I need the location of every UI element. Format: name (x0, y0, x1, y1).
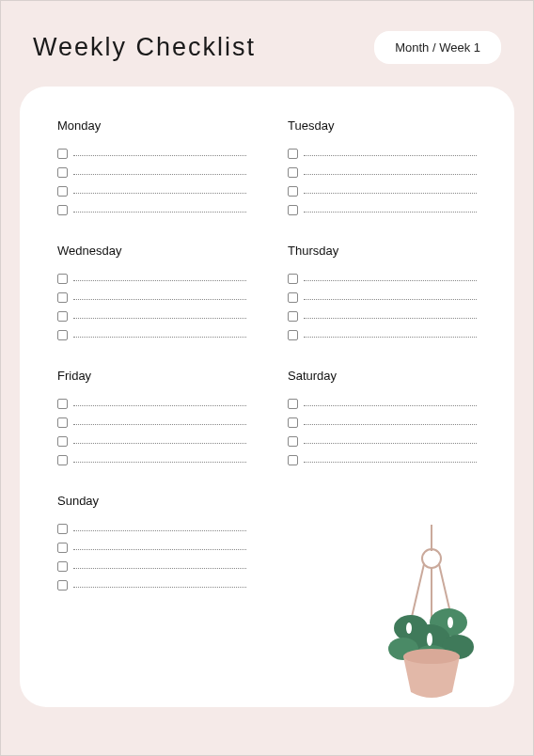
month-week-badge: Month / Week 1 (374, 31, 501, 64)
checklist-row (57, 394, 246, 413)
day-block: Saturday (288, 369, 477, 469)
checklist-row (57, 575, 246, 594)
task-line[interactable] (304, 155, 477, 156)
checkbox[interactable] (57, 274, 68, 284)
task-line[interactable] (73, 337, 246, 338)
day-block: Wednesday (57, 244, 246, 344)
checkbox[interactable] (288, 417, 298, 428)
checkbox[interactable] (288, 455, 298, 465)
task-line[interactable] (304, 318, 477, 319)
checklist-row (57, 432, 246, 450)
checklist-row (288, 450, 477, 469)
svg-point-8 (388, 638, 418, 660)
task-line[interactable] (304, 212, 477, 213)
checkbox[interactable] (57, 399, 68, 409)
task-line[interactable] (73, 405, 246, 406)
task-line[interactable] (73, 174, 246, 175)
checklist-row (57, 538, 246, 557)
task-line[interactable] (73, 155, 246, 156)
task-line[interactable] (304, 424, 477, 425)
checkbox[interactable] (57, 524, 68, 534)
checkbox[interactable] (57, 186, 68, 197)
svg-point-11 (406, 622, 412, 634)
checkbox[interactable] (57, 205, 68, 215)
task-line[interactable] (73, 280, 246, 281)
checklist-row (57, 519, 246, 538)
checkbox[interactable] (57, 417, 68, 428)
task-line[interactable] (73, 530, 246, 531)
task-line[interactable] (304, 462, 477, 463)
checklist-row (57, 269, 246, 288)
checkbox[interactable] (57, 436, 68, 447)
task-line[interactable] (73, 299, 246, 300)
checkbox[interactable] (288, 205, 298, 215)
task-line[interactable] (73, 318, 246, 319)
task-line[interactable] (304, 299, 477, 300)
checkbox[interactable] (288, 292, 298, 303)
checklist-row (57, 325, 246, 344)
task-line[interactable] (73, 212, 246, 213)
svg-point-10 (414, 645, 449, 671)
checklist-row (288, 144, 477, 163)
checkbox[interactable] (57, 455, 68, 465)
checkbox[interactable] (57, 543, 68, 553)
checkbox[interactable] (288, 149, 298, 159)
day-label: Thursday (288, 244, 477, 258)
day-label: Sunday (57, 494, 246, 508)
checkbox[interactable] (288, 167, 298, 178)
checkbox[interactable] (57, 330, 68, 340)
task-line[interactable] (73, 568, 246, 569)
checkbox[interactable] (288, 399, 298, 409)
day-block: Monday (57, 118, 246, 219)
header: Weekly Checklist Month / Week 1 (20, 24, 514, 87)
checkbox[interactable] (57, 311, 68, 322)
task-line[interactable] (304, 193, 477, 194)
day-label: Monday (57, 118, 246, 133)
checkbox[interactable] (57, 580, 68, 591)
day-label: Friday (57, 369, 246, 383)
task-line[interactable] (304, 174, 477, 175)
task-line[interactable] (73, 587, 246, 588)
checklist-row (288, 163, 477, 181)
checkbox[interactable] (288, 186, 298, 197)
task-line[interactable] (73, 443, 246, 444)
task-line[interactable] (304, 405, 477, 406)
task-line[interactable] (304, 337, 477, 338)
checkbox[interactable] (57, 292, 68, 303)
checkbox[interactable] (57, 167, 68, 178)
svg-point-5 (394, 615, 428, 641)
task-line[interactable] (73, 193, 246, 194)
checklist-row (57, 288, 246, 307)
checkbox[interactable] (288, 311, 298, 322)
task-line[interactable] (304, 443, 477, 444)
checklist-row (57, 181, 246, 200)
checkbox[interactable] (57, 561, 68, 572)
checklist-row (57, 413, 246, 432)
checklist-row (288, 181, 477, 200)
days-grid: MondayTuesdayWednesdayThursdayFridaySatu… (57, 118, 477, 594)
checkbox[interactable] (288, 436, 298, 447)
day-block: Thursday (288, 244, 477, 344)
checkbox[interactable] (288, 274, 298, 284)
svg-point-13 (427, 633, 432, 646)
svg-point-6 (430, 608, 467, 637)
checklist-row (288, 432, 477, 450)
day-block: Tuesday (288, 118, 477, 219)
task-line[interactable] (73, 424, 246, 425)
checklist-row (288, 269, 477, 288)
checklist-row (288, 325, 477, 344)
task-line[interactable] (73, 462, 246, 463)
checkbox[interactable] (57, 149, 68, 159)
day-block: Sunday (57, 494, 246, 594)
checklist-row (57, 163, 246, 181)
svg-point-7 (409, 624, 450, 654)
checklist-row (288, 413, 477, 432)
svg-point-12 (448, 617, 453, 628)
checkbox[interactable] (288, 330, 298, 340)
checklist-row (288, 288, 477, 307)
task-line[interactable] (304, 280, 477, 281)
task-line[interactable] (73, 549, 246, 550)
day-block: Friday (57, 369, 246, 469)
day-label: Wednesday (57, 244, 246, 258)
checklist-card: MondayTuesdayWednesdayThursdayFridaySatu… (20, 87, 514, 707)
